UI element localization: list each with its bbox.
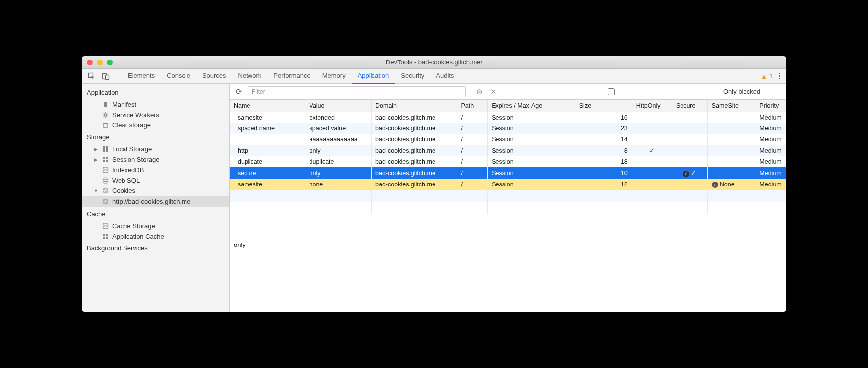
- cell-domain[interactable]: bad-cookies.glitch.me: [371, 112, 457, 123]
- column-header-secure[interactable]: Secure: [672, 100, 707, 112]
- table-row[interactable]: samesiteextendedbad-cookies.glitch.me/Se…: [230, 112, 786, 123]
- close-window-button[interactable]: [87, 60, 93, 65]
- table-row[interactable]: duplicateduplicatebad-cookies.glitch.me/…: [230, 156, 786, 167]
- cell-httponly[interactable]: [632, 167, 672, 179]
- tab-console[interactable]: Console: [161, 69, 196, 84]
- cell-httponly[interactable]: [632, 156, 672, 167]
- inspect-element-icon[interactable]: [86, 70, 98, 82]
- filter-input[interactable]: [248, 86, 466, 97]
- cell-priority[interactable]: Medium: [755, 179, 786, 190]
- cell-priority[interactable]: Medium: [755, 134, 786, 145]
- column-header-value[interactable]: Value: [305, 100, 372, 112]
- expand-arrow-icon[interactable]: ▼: [94, 188, 98, 193]
- cell-value[interactable]: only: [305, 145, 372, 156]
- cell-size[interactable]: 14: [575, 134, 632, 145]
- cell-samesite[interactable]: [707, 112, 755, 123]
- column-header-size[interactable]: Size: [575, 100, 632, 112]
- cell-samesite[interactable]: [707, 156, 755, 167]
- cell-value[interactable]: aaaaaaaaaaaaaa: [305, 134, 372, 145]
- cell-secure[interactable]: [672, 179, 707, 190]
- cell-name[interactable]: http: [230, 145, 305, 156]
- sidebar-item-web-sql[interactable]: ▶Web SQL: [82, 175, 229, 185]
- cell-samesite[interactable]: [707, 145, 755, 156]
- cell-secure[interactable]: [672, 156, 707, 167]
- sidebar-item-service-workers[interactable]: ▶Service Workers: [82, 110, 229, 120]
- cell-samesite[interactable]: [707, 167, 755, 179]
- cell-domain[interactable]: bad-cookies.glitch.me: [371, 134, 457, 145]
- cell-path[interactable]: /: [457, 145, 488, 156]
- sidebar-item-indexeddb[interactable]: ▶IndexedDB: [82, 165, 229, 175]
- cell-name[interactable]: secure: [230, 167, 305, 179]
- cell-value[interactable]: none: [305, 179, 372, 190]
- table-row[interactable]: secureonlybad-cookies.glitch.me/Session1…: [230, 167, 786, 179]
- cell-secure[interactable]: i✓: [672, 167, 707, 179]
- cell-size[interactable]: 18: [575, 156, 632, 167]
- cell-samesite[interactable]: [707, 134, 755, 145]
- cell-expires[interactable]: Session: [488, 179, 575, 190]
- cell-name[interactable]: duplicate: [230, 156, 305, 167]
- only-blocked-toggle[interactable]: Only blocked: [502, 88, 760, 95]
- column-header-domain[interactable]: Domain: [371, 100, 457, 112]
- cell-priority[interactable]: Medium: [755, 145, 786, 156]
- tab-sources[interactable]: Sources: [196, 69, 232, 84]
- cell-domain[interactable]: bad-cookies.glitch.me: [371, 179, 457, 190]
- cell-priority[interactable]: Medium: [755, 167, 786, 179]
- cell-size[interactable]: 10: [575, 167, 632, 179]
- minimize-window-button[interactable]: [97, 60, 103, 65]
- sidebar-item-session-storage[interactable]: ▶Session Storage: [82, 154, 229, 165]
- cell-path[interactable]: /: [457, 123, 488, 134]
- column-header-expires-max-age[interactable]: Expires / Max-Age: [488, 100, 575, 112]
- cell-domain[interactable]: bad-cookies.glitch.me: [371, 123, 457, 134]
- cell-domain[interactable]: bad-cookies.glitch.me: [371, 167, 457, 179]
- cell-path[interactable]: /: [457, 134, 488, 145]
- cell-path[interactable]: /: [457, 112, 488, 123]
- cell-secure[interactable]: [672, 145, 707, 156]
- cell-httponly[interactable]: ✓: [632, 145, 672, 156]
- cell-secure[interactable]: [672, 123, 707, 134]
- cell-name[interactable]: samesite: [230, 179, 305, 190]
- tab-elements[interactable]: Elements: [122, 69, 161, 84]
- expand-arrow-icon[interactable]: ▶: [94, 157, 98, 162]
- sidebar-item-clear-storage[interactable]: ▶Clear storage: [82, 120, 229, 130]
- cell-name[interactable]: spaced name: [230, 123, 305, 134]
- column-header-priority[interactable]: Priority: [755, 100, 786, 112]
- cell-value[interactable]: spaced value: [305, 123, 372, 134]
- cell-domain[interactable]: bad-cookies.glitch.me: [371, 145, 457, 156]
- sidebar-item-cookie-origin[interactable]: http://bad-cookies.glitch.me: [82, 196, 229, 207]
- table-row[interactable]: httponlybad-cookies.glitch.me/Session8✓M…: [230, 145, 786, 156]
- cell-path[interactable]: /: [457, 167, 488, 179]
- cell-priority[interactable]: Medium: [755, 123, 786, 134]
- cell-httponly[interactable]: [632, 112, 672, 123]
- column-header-name[interactable]: Name: [230, 100, 305, 112]
- cell-httponly[interactable]: [632, 179, 672, 190]
- device-toolbar-icon[interactable]: [100, 70, 112, 82]
- cell-name[interactable]: [230, 134, 305, 145]
- cell-path[interactable]: /: [457, 156, 488, 167]
- cell-expires[interactable]: Session: [488, 123, 575, 134]
- cell-name[interactable]: samesite: [230, 112, 305, 123]
- sidebar-item-manifest[interactable]: ▶Manifest: [82, 99, 229, 110]
- column-header-samesite[interactable]: SameSite: [707, 100, 755, 112]
- cell-size[interactable]: 8: [575, 145, 632, 156]
- tab-performance[interactable]: Performance: [267, 69, 316, 84]
- warnings-badge[interactable]: ▲ 1: [760, 72, 773, 80]
- cell-priority[interactable]: Medium: [755, 112, 786, 123]
- refresh-icon[interactable]: ⟳: [234, 87, 244, 96]
- cell-value[interactable]: duplicate: [305, 156, 372, 167]
- cell-expires[interactable]: Session: [488, 156, 575, 167]
- cell-expires[interactable]: Session: [488, 145, 575, 156]
- cell-secure[interactable]: [672, 112, 707, 123]
- column-header-path[interactable]: Path: [457, 100, 488, 112]
- cell-size[interactable]: 23: [575, 123, 632, 134]
- tab-security[interactable]: Security: [395, 69, 430, 84]
- cell-secure[interactable]: [672, 134, 707, 145]
- tab-audits[interactable]: Audits: [430, 69, 460, 84]
- sidebar-item-cache-storage[interactable]: ▶Cache Storage: [82, 221, 229, 231]
- sidebar-item-cookies[interactable]: ▼Cookies: [82, 185, 229, 196]
- tab-network[interactable]: Network: [232, 69, 268, 84]
- table-row[interactable]: spaced namespaced valuebad-cookies.glitc…: [230, 123, 786, 134]
- expand-arrow-icon[interactable]: ▶: [94, 147, 98, 152]
- cell-httponly[interactable]: [632, 134, 672, 145]
- cell-domain[interactable]: bad-cookies.glitch.me: [371, 156, 457, 167]
- cell-value[interactable]: only: [305, 167, 372, 179]
